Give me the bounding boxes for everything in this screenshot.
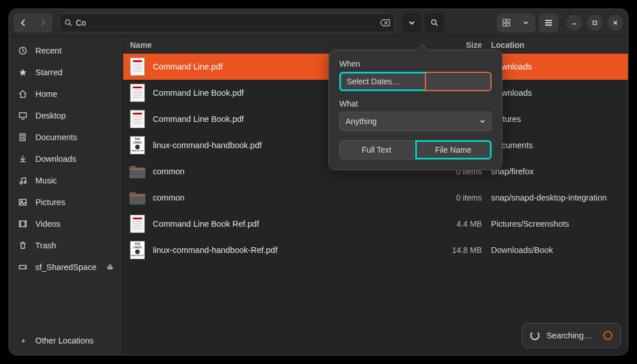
search-bar[interactable] bbox=[59, 13, 395, 32]
svg-point-28 bbox=[25, 267, 26, 268]
col-name[interactable]: Name bbox=[130, 40, 440, 50]
date-value-field[interactable] bbox=[425, 72, 492, 91]
search-options-dropdown-button[interactable] bbox=[402, 13, 421, 32]
pdf-icon bbox=[130, 58, 145, 76]
downloads-icon bbox=[18, 154, 29, 163]
row-size: 4.4 MB bbox=[440, 219, 491, 228]
svg-rect-7 bbox=[507, 23, 510, 26]
sidebar-item-home[interactable]: Home bbox=[9, 83, 123, 105]
sidebar-item-label: Desktop bbox=[35, 111, 66, 120]
sidebar-other-locations[interactable]: + Other Locations bbox=[9, 330, 123, 351]
search-icon bbox=[431, 19, 439, 27]
search-filter-popover: When Select Dates… What Anything Full Te… bbox=[328, 50, 502, 170]
chevron-down-icon bbox=[408, 19, 415, 26]
close-button[interactable] bbox=[607, 15, 623, 31]
col-location[interactable]: Location bbox=[491, 40, 621, 50]
search-input[interactable] bbox=[76, 18, 376, 27]
folder-icon bbox=[128, 188, 147, 207]
table-row[interactable]: THELINUXHANDBOOKlinux-command-handbook-R… bbox=[123, 237, 628, 263]
hamburger-menu-button[interactable] bbox=[539, 13, 558, 32]
search-mode-toggle: Full Text File Name bbox=[339, 140, 492, 159]
sidebar-item-label: Pictures bbox=[35, 198, 65, 207]
svg-point-2 bbox=[432, 19, 436, 24]
svg-rect-12 bbox=[593, 21, 597, 24]
svg-line-1 bbox=[70, 23, 72, 26]
folder-icon bbox=[128, 162, 147, 181]
nav-group bbox=[14, 13, 52, 32]
pdf-icon bbox=[130, 215, 145, 233]
row-location: snap/snapd-desktop-integration bbox=[491, 193, 621, 202]
view-options-button[interactable] bbox=[516, 13, 535, 32]
col-size[interactable]: Size bbox=[440, 40, 491, 50]
svg-point-20 bbox=[20, 182, 22, 184]
select-dates-button[interactable]: Select Dates… bbox=[339, 72, 425, 91]
sidebar-item-label: Trash bbox=[35, 241, 56, 250]
sidebar-item-label: Videos bbox=[35, 219, 60, 228]
status-text: Searching… bbox=[546, 331, 592, 340]
pdf-icon: THELINUXHANDBOOK bbox=[130, 241, 145, 259]
search-icon bbox=[64, 19, 72, 27]
maximize-icon bbox=[591, 19, 598, 26]
svg-point-21 bbox=[24, 181, 26, 183]
sidebar-item-trash[interactable]: Trash bbox=[9, 235, 123, 256]
table-row[interactable]: Command Line Book Ref.pdf4.4 MBPictures/… bbox=[123, 211, 628, 237]
row-name: Command Line Book Ref.pdf bbox=[153, 219, 440, 228]
stop-search-button[interactable] bbox=[603, 331, 612, 340]
home-icon bbox=[18, 89, 29, 99]
what-select[interactable]: Anything bbox=[339, 112, 492, 131]
svg-line-3 bbox=[436, 23, 438, 26]
sidebar-item-videos[interactable]: Videos bbox=[9, 213, 123, 235]
row-name: linux-command-handbook-Ref.pdf bbox=[153, 246, 440, 255]
table-row[interactable]: common0 itemssnap/snapd-desktop-integrat… bbox=[123, 185, 628, 211]
search-toggle-button[interactable] bbox=[425, 13, 444, 32]
sidebar-item-label: Documents bbox=[35, 133, 77, 142]
file-manager-window: RecentStarredHomeDesktopDocumentsDownloa… bbox=[9, 9, 628, 355]
svg-rect-4 bbox=[503, 19, 506, 22]
svg-point-0 bbox=[66, 19, 70, 24]
sidebar: RecentStarredHomeDesktopDocumentsDownloa… bbox=[9, 36, 123, 355]
trash-icon bbox=[18, 241, 29, 250]
row-location: Downloads bbox=[491, 62, 621, 71]
music-icon bbox=[18, 176, 29, 185]
sidebar-item-label: Downloads bbox=[35, 154, 76, 163]
back-button[interactable] bbox=[14, 13, 33, 32]
svg-rect-5 bbox=[507, 19, 510, 22]
chevron-down-icon bbox=[480, 118, 485, 124]
sidebar-item-documents[interactable]: Documents bbox=[9, 126, 123, 148]
chevron-right-icon bbox=[39, 19, 46, 26]
row-size: 0 items bbox=[440, 193, 491, 202]
full-text-toggle[interactable]: Full Text bbox=[339, 140, 414, 159]
forward-button[interactable] bbox=[33, 13, 52, 32]
minimize-button[interactable] bbox=[566, 15, 582, 31]
sidebar-item-label: Recent bbox=[35, 46, 62, 55]
clock-icon bbox=[18, 46, 29, 55]
clear-search-icon[interactable] bbox=[380, 19, 390, 27]
sidebar-item-music[interactable]: Music bbox=[9, 170, 123, 191]
chevron-down-icon bbox=[523, 20, 529, 26]
row-location: Pictures/Screenshots bbox=[491, 219, 621, 228]
row-location: Downloads/Book bbox=[491, 246, 621, 255]
sidebar-item-pictures[interactable]: Pictures bbox=[9, 191, 123, 213]
maximize-button[interactable] bbox=[587, 15, 603, 31]
minimize-icon bbox=[571, 19, 578, 26]
hamburger-icon bbox=[545, 19, 553, 26]
view-group bbox=[497, 13, 535, 32]
eject-icon[interactable] bbox=[107, 264, 113, 271]
toolbar bbox=[9, 9, 628, 36]
sidebar-item-downloads[interactable]: Downloads bbox=[9, 148, 123, 170]
sidebar-item-starred[interactable]: Starred bbox=[9, 62, 123, 83]
what-select-value: Anything bbox=[346, 117, 376, 126]
star-icon bbox=[18, 68, 29, 77]
sidebar-item-desktop[interactable]: Desktop bbox=[9, 105, 123, 126]
svg-rect-14 bbox=[19, 113, 26, 117]
sidebar-item-label: Starred bbox=[35, 68, 63, 77]
grid-view-button[interactable] bbox=[497, 13, 516, 32]
sidebar-item-label: Home bbox=[35, 89, 58, 99]
file-name-toggle[interactable]: File Name bbox=[415, 140, 492, 159]
row-location: Documents bbox=[491, 141, 621, 150]
sidebar-item-shared[interactable]: sf_SharedSpace bbox=[9, 256, 123, 278]
sidebar-item-recent[interactable]: Recent bbox=[9, 40, 123, 62]
sidebar-item-label: Music bbox=[35, 176, 57, 185]
row-name: common bbox=[153, 193, 440, 202]
svg-rect-6 bbox=[503, 23, 506, 26]
